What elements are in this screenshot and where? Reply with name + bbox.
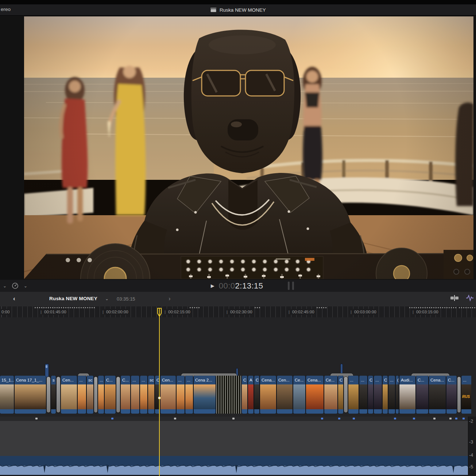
timeline-header: ‹ Ruska NEW MONEY ⌄ 03:35:15 › <box>0 292 476 307</box>
timeline-clip[interactable]: ... <box>131 376 139 414</box>
keyframe-marker[interactable] <box>353 418 355 419</box>
timeline-clip[interactable]: sc <box>87 376 93 414</box>
collapsed-audio-lane[interactable] <box>0 421 468 456</box>
timeline-clip[interactable]: C... <box>446 376 457 414</box>
clip-name-label: C <box>242 376 247 384</box>
timeline-clip[interactable]: C <box>368 376 373 414</box>
timeline-clip[interactable]: s <box>51 376 56 414</box>
clip-audio-footer <box>429 409 446 414</box>
transition-handle[interactable] <box>116 377 120 413</box>
meter-db-label: -4 <box>469 453 473 458</box>
render-status-bar <box>35 307 95 308</box>
timeline-clip[interactable]: C... <box>121 376 130 414</box>
timeline-clip[interactable]: ... <box>98 376 104 414</box>
timeline-clip[interactable]: Audi... <box>399 376 415 414</box>
timeline-clip[interactable]: ... <box>177 376 185 414</box>
timeline-clip[interactable]: ... <box>359 376 367 414</box>
clip-name-label: C <box>383 376 388 384</box>
ruler-timecode-label: 00:03:00:00 <box>349 309 378 315</box>
timeline-clip[interactable]: ... <box>78 376 86 414</box>
audio-skim-icon[interactable] <box>466 295 474 301</box>
timeline-clip[interactable]: ( <box>396 376 399 414</box>
timeline-clip[interactable]: ... <box>140 376 147 414</box>
timeline-clip[interactable]: ...RUS <box>461 376 471 414</box>
clip-audio-footer <box>248 409 254 414</box>
clip-audio-footer <box>461 409 471 414</box>
clip-thumbnail <box>148 384 154 409</box>
clip-thumbnail <box>194 384 216 409</box>
timeline-clip[interactable]: Cena... <box>260 376 276 414</box>
project-dropdown-chevron[interactable]: ⌄ <box>105 296 109 301</box>
timeline-clip[interactable]: C <box>254 376 259 414</box>
keyframe-marker[interactable] <box>338 418 340 419</box>
transition-handle[interactable] <box>94 377 97 413</box>
clip-name-label: sc <box>87 376 93 384</box>
transition-handle[interactable] <box>57 377 60 413</box>
timeline-clip[interactable]: Cen... <box>160 376 176 414</box>
timeline-body: 15_1...Cena 17_1_...sCen......sc...C...C… <box>0 317 476 476</box>
retime-chevron[interactable]: ⌄ <box>24 283 27 289</box>
clip-name-label: ... <box>461 376 471 384</box>
clip-thumbnail <box>338 384 343 409</box>
timeline-clip[interactable]: Cena 17_1_... <box>15 376 46 414</box>
keyframe-marker[interactable] <box>413 418 415 419</box>
music-track-waveform[interactable] <box>0 456 468 475</box>
keyframe-marker[interactable] <box>394 418 396 419</box>
render-status-bar <box>317 307 327 308</box>
retime-gauge-icon[interactable] <box>12 282 19 289</box>
timeline-clip[interactable]: ... <box>185 376 193 414</box>
clip-thumbnail <box>277 384 293 409</box>
timeline-clip[interactable]: C <box>383 376 388 414</box>
forward-button[interactable]: › <box>169 295 171 302</box>
timeline-clip[interactable]: Ce... <box>293 376 305 414</box>
keyframe-marker[interactable] <box>463 418 465 419</box>
timeline-clip[interactable]: ... <box>348 376 359 414</box>
clip-audio-footer <box>306 409 324 414</box>
timeline-clip[interactable]: Ce... <box>324 376 337 414</box>
transport-bar: ⌄ ⌄ ▶ 00:02:13:15 <box>0 280 476 292</box>
timeline-clip[interactable]: C <box>338 376 343 414</box>
keyframe-marker[interactable] <box>449 418 452 419</box>
timeline-clip[interactable]: ... <box>374 376 382 414</box>
clip-audio-footer <box>416 409 428 414</box>
trim-tool-icon[interactable] <box>450 295 459 301</box>
transition-handle[interactable] <box>47 377 50 413</box>
keyframe-marker[interactable] <box>455 418 457 419</box>
timeline-clip[interactable]: Cen... <box>277 376 293 414</box>
keyframe-marker[interactable] <box>232 418 235 419</box>
clip-audio-footer <box>78 409 86 414</box>
clip-audio-footer <box>254 409 259 414</box>
viewer-options-chevron[interactable]: ⌄ <box>3 283 7 289</box>
clip-name-label: C... <box>121 376 130 384</box>
ruler-timecode-label: 00:02:30:00 <box>225 309 254 315</box>
play-button[interactable]: ▶ <box>211 283 214 289</box>
keyframe-marker[interactable] <box>321 418 323 419</box>
timeline-ruler[interactable]: 0:0000:01:45:0000:02:00:0000:02:15:0000:… <box>0 306 476 317</box>
timeline-clip[interactable]: Cen... <box>61 376 77 414</box>
transition-handle[interactable] <box>457 377 461 413</box>
clip-thumbnail <box>15 384 46 409</box>
timeline-clip[interactable]: C... <box>416 376 428 414</box>
timeline-clip[interactable]: sc <box>148 376 154 414</box>
timeline-clip[interactable]: Cena... <box>429 376 446 414</box>
transition-handle[interactable] <box>344 377 348 413</box>
timeline-clip[interactable]: A <box>248 376 254 414</box>
timeline-clip[interactable]: Cena 2... <box>194 376 216 414</box>
clip-thumbnail <box>383 384 388 409</box>
audio-meters-mini[interactable] <box>288 282 294 290</box>
clip-name-label: 15_1... <box>0 376 14 384</box>
timeline-clip[interactable]: C <box>242 376 247 414</box>
back-button[interactable]: ‹ <box>13 295 15 302</box>
keyframe-marker[interactable] <box>433 418 436 419</box>
keyframe-marker[interactable] <box>111 418 113 419</box>
filmstrip-clip[interactable] <box>216 376 241 414</box>
keyframe-marker[interactable] <box>174 418 176 419</box>
timeline-clip[interactable]: 15_1... <box>0 376 14 414</box>
timeline-clip[interactable]: ... <box>388 376 395 414</box>
timecode-display[interactable]: 00:02:13:15 <box>219 281 263 291</box>
project-title[interactable]: Ruska NEW MONEY <box>49 296 97 301</box>
timeline-clip[interactable]: C... <box>105 376 116 414</box>
timeline-clip[interactable]: Cena... <box>306 376 324 414</box>
keyframe-marker[interactable] <box>35 418 38 419</box>
clip-audio-footer <box>121 409 130 414</box>
